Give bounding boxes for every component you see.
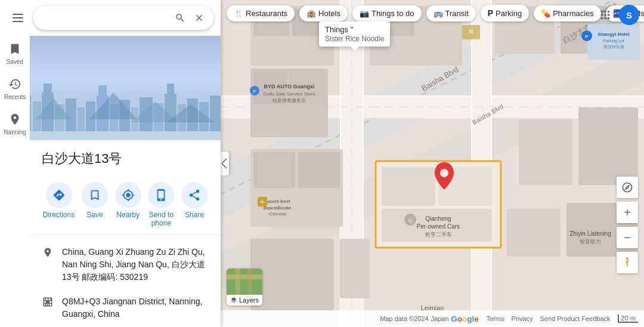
bookmark-icon xyxy=(7,41,23,57)
layers-label-bar: Layers xyxy=(227,295,262,306)
menu-button[interactable] xyxy=(7,7,29,29)
map-top-right-controls: S xyxy=(595,5,639,25)
sidebar-item-recents[interactable]: Recents xyxy=(4,76,26,100)
search-input[interactable]: 白沙大道13号 xyxy=(41,13,173,23)
directions-label: Directions xyxy=(43,211,75,219)
terms-link[interactable]: Terms xyxy=(486,315,504,322)
filter-hotels[interactable]: 🏨 Hotels xyxy=(299,5,348,21)
sidebar-item-saved[interactable]: Saved xyxy=(7,41,23,65)
layers-text: Layers xyxy=(239,297,259,304)
send-to-phone-button[interactable]: Send to phone xyxy=(148,182,174,227)
search-box: 白沙大道13号 xyxy=(33,6,213,30)
svg-point-84 xyxy=(440,169,448,177)
filter-parking-label: Parking xyxy=(496,9,522,18)
clear-icon-btn[interactable] xyxy=(192,11,206,25)
svg-rect-101 xyxy=(227,274,262,279)
nearby-label: Nearby xyxy=(116,211,140,219)
svg-rect-28 xyxy=(0,131,221,140)
pegman-button[interactable] xyxy=(617,252,638,273)
left-nav: Saved Recents Nanning xyxy=(0,30,30,327)
svg-rect-19 xyxy=(167,84,174,97)
map-tooltip: Things " Sister Rice Noodle xyxy=(319,21,390,47)
svg-text:P: P xyxy=(585,34,589,39)
svg-rect-54 xyxy=(253,152,295,188)
svg-rect-62 xyxy=(507,209,561,257)
sidebar: 白沙大道13号 xyxy=(0,0,221,327)
user-avatar-button[interactable]: S xyxy=(619,5,639,25)
saved-label: Saved xyxy=(7,58,23,65)
sidebar-item-nanning[interactable]: Nanning xyxy=(4,111,26,135)
svg-text:Per-owned Cars: Per-owned Cars xyxy=(417,223,460,230)
nearby-button[interactable]: Nearby xyxy=(115,182,141,227)
svg-text:Q: Q xyxy=(408,218,412,223)
directions-icon-wrap xyxy=(46,182,72,208)
send-label: Send to phone xyxy=(149,211,174,227)
search-icon-btn[interactable] xyxy=(173,11,187,25)
sidebar-top: 白沙大道13号 xyxy=(0,0,221,36)
share-button[interactable]: Share xyxy=(181,182,208,227)
map-svg: Baisha Blvd Baisha Blvd 白沙大道 BYD AUTO Gu… xyxy=(221,0,644,327)
layers-button[interactable]: Layers xyxy=(227,269,262,306)
svg-point-99 xyxy=(626,257,628,260)
hero-image xyxy=(0,36,221,140)
svg-rect-57 xyxy=(382,167,435,206)
share-icon xyxy=(188,189,201,202)
nearby-icon xyxy=(122,189,135,202)
filter-transit[interactable]: 🚌 Transit xyxy=(426,5,476,21)
zoom-out-button[interactable]: − xyxy=(617,227,638,248)
privacy-link[interactable]: Privacy xyxy=(511,315,532,322)
svg-text:商谊停车场: 商谊停车场 xyxy=(603,45,624,49)
svg-rect-6 xyxy=(44,84,52,95)
svg-text:Shangyi Hotel: Shangyi Hotel xyxy=(597,32,629,37)
google-apps-button[interactable] xyxy=(595,5,615,25)
share-label: Share xyxy=(185,211,204,219)
layers-map-preview xyxy=(227,269,262,295)
filter-restaurants[interactable]: 🍴 Restaurants xyxy=(227,5,295,21)
send-to-phone-icon xyxy=(154,189,168,202)
chevron-left-icon xyxy=(222,159,228,168)
search-icons xyxy=(173,11,206,25)
zoom-in-button[interactable]: + xyxy=(617,202,638,223)
compass-icon xyxy=(621,181,633,193)
close-icon xyxy=(194,13,205,23)
layers-thumbnail xyxy=(227,269,262,295)
send-icon-wrap xyxy=(148,182,174,208)
svg-rect-55 xyxy=(298,152,340,188)
detail-plus-code[interactable]: Q8MJ+Q3 Jiangnan District, Nanning, Guan… xyxy=(30,289,221,326)
compass-button[interactable] xyxy=(617,177,638,198)
layers-icon xyxy=(230,297,237,304)
filter-parking[interactable]: P Parking xyxy=(481,5,529,21)
save-button[interactable]: Save xyxy=(82,182,108,227)
map-data-label: Map data ©2024 xyxy=(380,315,429,322)
grid-icon xyxy=(42,297,54,307)
svg-rect-61 xyxy=(578,107,638,185)
svg-text:乾亨二手车: 乾亨二手车 xyxy=(425,232,452,237)
plus-code-text: Q8MJ+Q3 Jiangnan District, Nanning, Guan… xyxy=(62,295,209,320)
pegman-icon xyxy=(621,257,633,269)
svg-text:桂富销售服务店: 桂富销售服务店 xyxy=(272,98,306,103)
directions-icon xyxy=(52,189,66,202)
detail-address[interactable]: China, Guang Xi Zhuang Zu Zi Zhi Qu, Nan… xyxy=(30,240,221,289)
filter-hotels-label: Hotels xyxy=(318,9,340,18)
svg-rect-12 xyxy=(98,85,107,98)
action-buttons: Directions Save Nearby xyxy=(30,177,221,235)
history-icon xyxy=(7,76,23,92)
filter-pharmacies-label: Pharmacies xyxy=(553,9,594,18)
filter-things-to-do[interactable]: 📷 Things to do xyxy=(352,5,422,21)
collapse-handle[interactable] xyxy=(221,152,229,175)
svg-text:BaackiBootle: BaackiBootle xyxy=(264,205,292,211)
directions-button[interactable]: Directions xyxy=(43,182,75,227)
location-title: 白沙大道13号 xyxy=(42,150,209,168)
filter-pharmacies[interactable]: 💊 Pharmacies xyxy=(534,5,601,21)
search-icon xyxy=(175,13,185,23)
svg-rect-102 xyxy=(236,269,240,295)
google-logo: Map data ©2024 Japan Google xyxy=(380,313,485,324)
map-area[interactable]: Baisha Blvd Baisha Blvd 白沙大道 BYD AUTO Gu… xyxy=(221,0,644,327)
svg-rect-60 xyxy=(519,119,572,185)
nanning-label: Nanning xyxy=(4,129,26,135)
details-list: China, Guang Xi Zhuang Zu Zi Zhi Qu, Nan… xyxy=(30,235,221,327)
send-feedback-link[interactable]: Send Product Feedback xyxy=(540,315,611,322)
map-footer: Map data ©2024 Japan Google Terms Privac… xyxy=(221,310,644,327)
user-initial: S xyxy=(626,10,632,20)
nearby-icon-wrap xyxy=(115,182,141,208)
